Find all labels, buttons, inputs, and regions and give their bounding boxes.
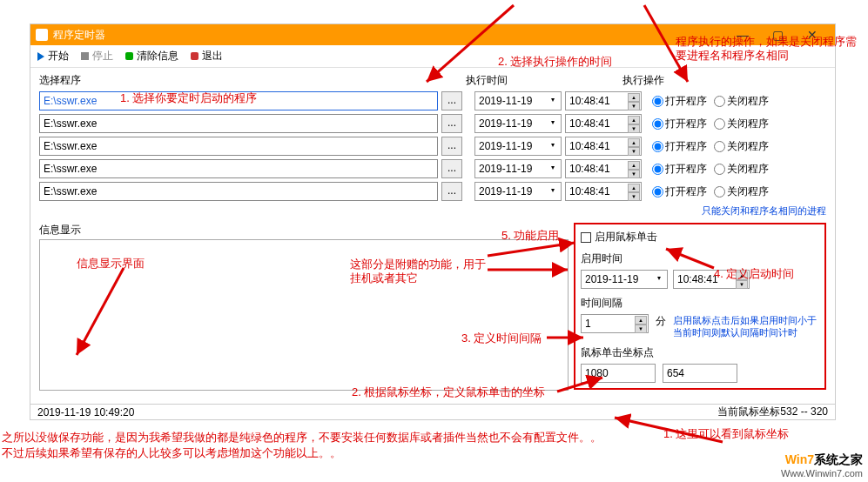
open-program-radio[interactable]: 打开程序	[652, 117, 707, 131]
info-label: 信息显示	[39, 223, 569, 238]
status-mouse-coord: 当前鼠标坐标532 -- 320	[717, 405, 828, 419]
mouse-note: 启用鼠标点击后如果启用时间小于当前时间则默认间隔时间计时	[673, 314, 819, 338]
svg-line-8	[615, 418, 723, 442]
open-program-radio[interactable]: 打开程序	[652, 139, 707, 154]
browse-button[interactable]: ...	[441, 137, 462, 156]
program-path-input[interactable]	[39, 137, 438, 156]
exit-icon	[191, 52, 198, 60]
coord-label: 鼠标单击坐标点	[581, 345, 819, 360]
program-path-input[interactable]	[39, 114, 438, 133]
program-path-input[interactable]	[39, 91, 438, 110]
program-row: ... 2019-11-19▾ 10:48:41▲▼ 打开程序 关闭程序	[39, 182, 826, 201]
close-program-radio[interactable]: 关闭程序	[714, 162, 769, 177]
exec-date-input[interactable]: 2019-11-19▾	[474, 137, 562, 156]
coord-x-input[interactable]: 1080	[581, 364, 656, 383]
exec-time-input[interactable]: 10:48:41▲▼	[565, 182, 642, 201]
browse-button[interactable]: ...	[441, 159, 462, 178]
mouse-date-input[interactable]: 2019-11-19▾	[581, 270, 668, 289]
toolbar: 开始 停止 清除信息 退出	[30, 45, 835, 68]
browse-button[interactable]: ...	[441, 91, 462, 110]
app-window: 程序定时器 — ▢ ✕ 开始 停止 清除信息 退出 选择程序 执行时间 执行操作…	[30, 23, 836, 420]
interval-input[interactable]: 1▲▼	[581, 314, 649, 333]
exec-time-input[interactable]: 10:48:41▲▼	[565, 114, 642, 133]
clear-button[interactable]: 清除信息	[125, 49, 178, 64]
mouse-click-panel: 启用鼠标单击 启用时间 2019-11-19▾ 10:48:41▲▼ 时间间隔 …	[574, 223, 826, 390]
footer-annotation: 之所以没做保存功能，是因为我希望我做的都是纯绿色的程序，不要安装任何数据库或者插…	[2, 430, 611, 461]
app-icon	[36, 29, 48, 41]
checkbox-icon	[581, 232, 591, 243]
play-icon	[37, 52, 44, 61]
mouse-time-input[interactable]: 10:48:41▲▼	[673, 270, 750, 289]
program-row: ... 2019-11-19▾ 10:48:41▲▼ 打开程序 关闭程序	[39, 137, 826, 156]
program-path-input[interactable]	[39, 182, 438, 201]
interval-label: 时间间隔	[581, 296, 819, 311]
close-program-radio[interactable]: 关闭程序	[714, 184, 769, 199]
browse-button[interactable]: ...	[441, 182, 462, 201]
maximize-button[interactable]: ▢	[760, 28, 795, 42]
start-time-label: 启用时间	[581, 251, 819, 266]
coord-y-input[interactable]: 654	[663, 364, 737, 383]
open-program-radio[interactable]: 打开程序	[652, 162, 707, 177]
exec-date-input[interactable]: 2019-11-19▾	[474, 182, 562, 201]
exec-time-input[interactable]: 10:48:41▲▼	[565, 91, 642, 110]
close-only-note: 只能关闭和程序名相同的进程	[702, 205, 826, 216]
annotation-mouse: 1. 这里可以看到鼠标坐标	[663, 426, 789, 442]
enable-mouse-checkbox[interactable]: 启用鼠标单击	[581, 230, 819, 244]
header-action: 执行操作	[622, 73, 826, 88]
header-program: 选择程序	[39, 73, 466, 88]
clear-icon	[125, 52, 133, 60]
program-row: ... 2019-11-19▾ 10:48:41▲▼ 打开程序 关闭程序	[39, 91, 826, 110]
exec-date-input[interactable]: 2019-11-19▾	[474, 159, 562, 178]
close-program-radio[interactable]: 关闭程序	[714, 94, 769, 109]
stop-button[interactable]: 停止	[81, 49, 113, 64]
minimize-button[interactable]: —	[725, 28, 760, 42]
program-row: ... 2019-11-19▾ 10:48:41▲▼ 打开程序 关闭程序	[39, 159, 826, 178]
header-exectime: 执行时间	[466, 73, 622, 88]
browse-button[interactable]: ...	[441, 114, 462, 133]
site-logo: Win7系统之家 Www.Winwin7.com	[781, 452, 863, 479]
close-button[interactable]: ✕	[795, 28, 830, 42]
status-bar: 2019-11-19 10:49:20 当前鼠标坐标532 -- 320	[30, 404, 835, 419]
exec-time-input[interactable]: 10:48:41▲▼	[565, 137, 642, 156]
program-row: ... 2019-11-19▾ 10:48:41▲▼ 打开程序 关闭程序	[39, 114, 826, 133]
exec-time-input[interactable]: 10:48:41▲▼	[565, 159, 642, 178]
status-datetime: 2019-11-19 10:49:20	[37, 406, 134, 418]
start-button[interactable]: 开始	[37, 49, 69, 64]
exit-button[interactable]: 退出	[191, 49, 223, 64]
window-title: 程序定时器	[53, 28, 725, 43]
close-program-radio[interactable]: 关闭程序	[714, 139, 769, 154]
exec-date-input[interactable]: 2019-11-19▾	[474, 91, 562, 110]
close-program-radio[interactable]: 关闭程序	[714, 117, 769, 131]
titlebar: 程序定时器 — ▢ ✕	[30, 24, 835, 45]
info-display-box	[39, 239, 569, 391]
stop-icon	[81, 52, 89, 60]
open-program-radio[interactable]: 打开程序	[652, 184, 707, 199]
column-headers: 选择程序 执行时间 执行操作	[39, 73, 826, 88]
interval-unit: 分	[656, 314, 666, 329]
open-program-radio[interactable]: 打开程序	[652, 94, 707, 109]
program-path-input[interactable]	[39, 159, 438, 178]
exec-date-input[interactable]: 2019-11-19▾	[474, 114, 562, 133]
